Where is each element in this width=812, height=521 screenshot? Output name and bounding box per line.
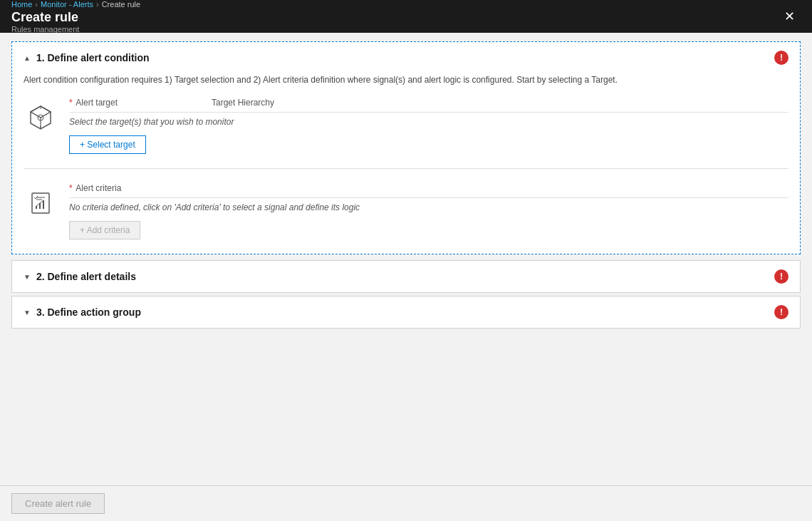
bottom-bar: Create alert rule bbox=[0, 485, 812, 521]
chevron-down-icon-3: ▼ bbox=[24, 309, 31, 316]
breadcrumb-monitor-alerts[interactable]: Monitor - Alerts bbox=[41, 0, 93, 9]
alert-target-helper: Select the target(s) that you wish to mo… bbox=[69, 117, 788, 127]
section2-header-left: ▼ 2. Define alert details bbox=[24, 271, 136, 282]
section3-title: 3. Define action group bbox=[36, 306, 141, 318]
section1-body: Alert condition configuration requires 1… bbox=[12, 73, 800, 254]
section2-header[interactable]: ▼ 2. Define alert details ! bbox=[12, 261, 800, 292]
target-icon bbox=[24, 100, 58, 135]
svg-line-3 bbox=[31, 112, 41, 118]
section2-error-badge: ! bbox=[774, 269, 788, 284]
section3-header-left: ▼ 3. Define action group bbox=[24, 306, 141, 318]
main-content: ▲ 1. Define alert condition ! Alert cond… bbox=[0, 33, 812, 485]
page-title: Create rule bbox=[11, 10, 140, 25]
section3-accordion: ▼ 3. Define action group ! bbox=[11, 296, 801, 329]
top-bar: Home › Monitor - Alerts › Create rule Cr… bbox=[0, 0, 812, 33]
section1-accordion: ▲ 1. Define alert condition ! Alert cond… bbox=[11, 41, 801, 254]
section1-description: Alert condition configuration requires 1… bbox=[24, 73, 788, 86]
alert-criteria-helper: No criteria defined, click on 'Add crite… bbox=[69, 202, 788, 212]
alert-criteria-row: * Alert criteria No criteria defined, cl… bbox=[24, 183, 788, 239]
section-divider bbox=[24, 168, 788, 169]
create-alert-rule-button[interactable]: Create alert rule bbox=[11, 493, 105, 514]
section3-error-badge: ! bbox=[774, 305, 788, 319]
page-title-bar: Create rule Rules management bbox=[11, 10, 140, 33]
breadcrumb-home[interactable]: Home bbox=[11, 0, 32, 9]
select-target-button[interactable]: + Select target bbox=[69, 135, 146, 154]
top-bar-left: Home › Monitor - Alerts › Create rule Cr… bbox=[11, 0, 140, 33]
criteria-icon bbox=[24, 186, 58, 220]
alert-criteria-content: * Alert criteria No criteria defined, cl… bbox=[69, 183, 788, 239]
alert-criteria-label: * Alert criteria bbox=[69, 183, 212, 193]
close-button[interactable]: ✕ bbox=[778, 5, 801, 28]
section1-header[interactable]: ▲ 1. Define alert condition ! bbox=[12, 42, 800, 73]
target-hierarchy-label: Target Hierarchy bbox=[212, 98, 274, 108]
svg-line-4 bbox=[41, 112, 51, 118]
breadcrumb-sep1: › bbox=[35, 0, 38, 9]
section1-header-left: ▲ 1. Define alert condition bbox=[24, 52, 150, 63]
breadcrumb-current: Create rule bbox=[102, 0, 140, 9]
breadcrumb-sep2: › bbox=[96, 0, 99, 9]
section2-accordion: ▼ 2. Define alert details ! bbox=[11, 260, 801, 293]
alert-target-label: * Alert target bbox=[69, 98, 212, 108]
chevron-up-icon: ▲ bbox=[24, 54, 31, 62]
add-criteria-button[interactable]: + Add criteria bbox=[69, 221, 140, 239]
page-subtitle: Rules management bbox=[11, 25, 140, 33]
section2-title: 2. Define alert details bbox=[36, 271, 136, 282]
alert-target-content: * Alert target Target Hierarchy Select t… bbox=[69, 98, 788, 154]
chevron-down-icon-2: ▼ bbox=[24, 273, 31, 281]
section1-error-badge: ! bbox=[774, 51, 788, 65]
section1-title: 1. Define alert condition bbox=[36, 52, 150, 63]
section3-header[interactable]: ▼ 3. Define action group ! bbox=[12, 296, 800, 328]
alert-target-row: * Alert target Target Hierarchy Select t… bbox=[24, 98, 788, 154]
breadcrumb: Home › Monitor - Alerts › Create rule bbox=[11, 0, 140, 9]
alert-criteria-field-row: * Alert criteria bbox=[69, 183, 788, 198]
alert-target-field-row: * Alert target Target Hierarchy bbox=[69, 98, 788, 113]
